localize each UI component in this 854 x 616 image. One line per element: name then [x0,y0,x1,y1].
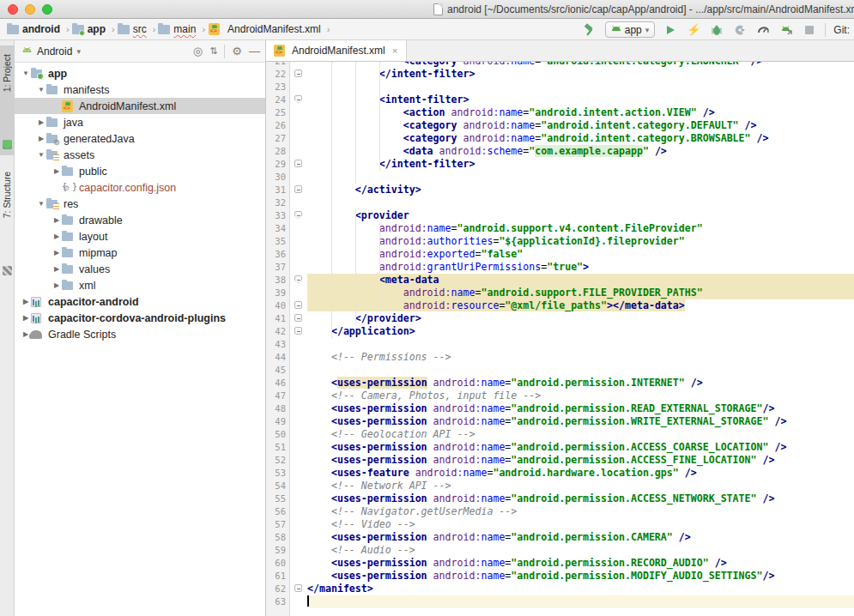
code-line-61[interactable]: <uses-permission android:name="android.p… [307,570,854,583]
code-line-35[interactable]: android:authorities="${applicationId}.fi… [307,235,854,248]
code-line-43[interactable] [307,338,854,351]
code-line-31[interactable]: </activity> [307,184,854,196]
hide-panel-icon[interactable]: — [249,45,260,57]
code-line-23[interactable] [307,81,854,94]
tree-item-xml[interactable]: ▶xml [15,277,265,293]
code-line-49[interactable]: <uses-permission android:name="android.p… [307,415,854,428]
code-line-59[interactable]: <!-- Audio --> [307,544,854,557]
code-line-45[interactable] [307,364,854,377]
tree-item-values[interactable]: ▶values [15,261,265,277]
tree-expand-arrow-icon[interactable]: ▶ [52,249,61,257]
code-line-21[interactable]: <category android:name="android.intent.c… [307,62,854,68]
tree-item-layout[interactable]: ▶layout [15,228,265,245]
tree-item-drawable[interactable]: ▶drawable [15,212,265,228]
breadcrumb-item-app[interactable]: app› [72,23,115,35]
code-line-25[interactable]: <action android:name="android.intent.act… [307,106,854,119]
tree-expand-arrow-icon[interactable]: ▶ [52,281,61,289]
fold-start-icon[interactable] [294,275,302,283]
tree-item-gradle-scripts[interactable]: ▶Gradle Scripts [15,326,265,342]
tree-item-public[interactable]: ▶public [15,163,265,179]
tree-item-androidmanifest-xml[interactable]: AndroidManifest.xml [15,98,265,114]
code-line-53[interactable]: <uses-feature android:name="android.hard… [307,467,854,480]
fold-end-icon[interactable] [294,301,302,309]
tree-expand-arrow-icon[interactable]: ▼ [37,151,45,159]
zoom-window-button[interactable] [42,4,52,15]
breadcrumb-item-android[interactable]: android› [7,23,70,35]
tab-structure[interactable]: 7: Structure [0,165,15,281]
tree-item-java[interactable]: ▶java [15,114,265,130]
code-line-22[interactable]: </intent-filter> [307,68,854,81]
breadcrumb-item-main[interactable]: main› [158,23,205,35]
run-config-combo[interactable]: app ▾ [605,21,656,38]
code-line-60[interactable]: <uses-permission android:name="android.p… [307,557,854,570]
code-line-38[interactable]: <meta-data [307,274,854,287]
tree-item-capacitor-config-json[interactable]: capacitor.config.json [15,179,265,196]
collapse-all-icon[interactable]: ⇅ [209,45,217,57]
code-line-56[interactable]: <!-- Navigator.getUserMedia --> [307,505,854,518]
code-line-57[interactable]: <!-- Video --> [307,518,854,531]
debug-icon[interactable] [709,22,724,38]
code-line-28[interactable]: <data android:scheme="com.example.capapp… [307,145,854,158]
code-line-37[interactable]: android:grantUriPermissions="true"> [307,261,854,274]
fold-end-icon[interactable] [294,314,302,322]
tree-expand-arrow-icon[interactable]: ▶ [52,216,61,224]
locate-icon[interactable]: ◎ [193,45,203,57]
code-line-54[interactable]: <!-- Network API --> [307,480,854,492]
tab-androidmanifest[interactable]: AndroidManifest.xml × [266,40,407,61]
tree-item-manifests[interactable]: ▼manifests [15,82,265,98]
stop-icon[interactable] [802,22,817,38]
code-line-52[interactable]: <uses-permission android:name="android.p… [307,454,854,467]
tree-expand-arrow-icon[interactable]: ▶ [37,135,45,142]
code-line-44[interactable]: <!-- Permissions --> [307,351,854,364]
close-tab-icon[interactable]: × [392,45,397,56]
code-line-30[interactable] [307,171,854,184]
tree-item-assets[interactable]: ▼assets [15,147,265,163]
code-line-47[interactable]: <!-- Camera, Photos, input file --> [307,390,854,402]
tree-item-generatedjava[interactable]: ▶generatedJava [15,130,265,147]
code-line-39[interactable]: android:name="android.support.FILE_PROVI… [307,287,854,299]
code-line-55[interactable]: <uses-permission android:name="android.p… [307,492,854,505]
code-line-36[interactable]: android:exported="false" [307,248,854,261]
code-line-58[interactable]: <uses-permission android:name="android.p… [307,531,854,544]
fold-end-icon[interactable] [294,69,302,77]
project-view-selector[interactable]: Android ▾ [15,45,81,57]
code-line-63[interactable] [307,595,854,608]
tree-expand-arrow-icon[interactable]: ▼ [37,86,45,94]
build-hammer-icon[interactable] [582,22,597,38]
code-line-26[interactable]: <category android:name="android.intent.c… [307,119,854,132]
tree-item-capacitor-cordova-android-plugins[interactable]: ▶capacitor-cordova-android-plugins [15,310,265,326]
code-line-34[interactable]: android:name="android.support.v4.content… [307,222,854,235]
profiler-icon[interactable] [755,22,771,38]
tree-item-capacitor-android[interactable]: ▶capacitor-android [15,293,265,310]
tree-expand-arrow-icon[interactable]: ▶ [52,167,61,175]
settings-gear-icon[interactable]: ⚙ [232,45,242,57]
apply-changes-icon[interactable]: ⚡ [686,22,701,38]
tree-expand-arrow-icon[interactable]: ▼ [37,200,45,208]
code-line-41[interactable]: </provider> [307,312,854,325]
code-line-29[interactable]: </intent-filter> [307,158,854,171]
close-window-button[interactable] [8,4,18,15]
breadcrumb-item-androidmanifest-xml[interactable]: AndroidManifest.xml› [208,23,330,35]
code-editor[interactable]: 2122232425262728293031323334353637383940… [266,62,854,616]
fold-end-icon[interactable] [294,584,302,592]
fold-end-icon[interactable] [294,185,302,193]
code-line-40[interactable]: android:resource="@xml/file_paths"></met… [307,299,854,312]
fold-end-icon[interactable] [294,327,302,335]
code-line-50[interactable]: <!-- Geolocation API --> [307,428,854,441]
code-line-48[interactable]: <uses-permission android:name="android.p… [307,402,854,415]
code-line-46[interactable]: <uses-permission android:name="android.p… [307,377,854,390]
tree-item-mipmap[interactable]: ▶mipmap [15,245,265,261]
tree-item-res[interactable]: ▼res [15,196,265,212]
breadcrumb-item-src[interactable]: src› [118,23,156,35]
tree-expand-arrow-icon[interactable]: ▶ [52,265,61,273]
code-line-62[interactable]: </manifest> [307,583,854,595]
fold-start-icon[interactable] [294,211,302,219]
code-line-27[interactable]: <category android:name="android.intent.c… [307,132,854,145]
tree-item-app[interactable]: ▼app [15,65,265,82]
code-line-33[interactable]: <provider [307,209,854,222]
tree-expand-arrow-icon[interactable]: ▶ [21,314,30,322]
code-line-51[interactable]: <uses-permission android:name="android.p… [307,441,854,454]
tree-expand-arrow-icon[interactable]: ▼ [21,69,30,77]
minimize-window-button[interactable] [25,4,35,15]
code-line-32[interactable] [307,196,854,209]
